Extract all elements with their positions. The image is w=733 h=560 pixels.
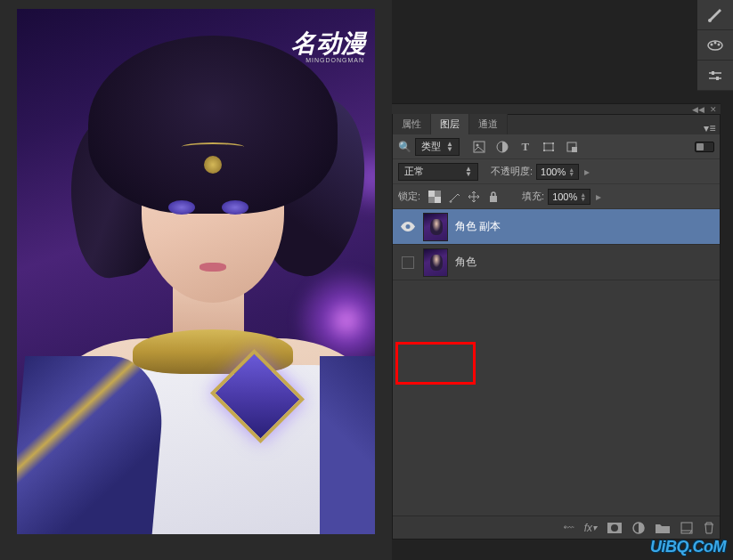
svg-rect-11 [543,142,545,144]
svg-point-3 [714,41,717,44]
filter-type-icon[interactable]: T [518,140,533,154]
adjustment-layer-icon[interactable] [632,522,645,534]
lock-image-icon[interactable] [447,190,461,204]
lock-row: 锁定: 填充: 100% ▲▼ ▸ [393,184,720,209]
svg-point-4 [718,43,721,45]
visibility-toggle[interactable] [400,219,416,235]
brush-preset-icon[interactable] [697,0,733,30]
layer-row[interactable]: 角色 [393,245,720,280]
lock-transparency-icon[interactable] [428,190,442,204]
layers-list: 角色 副本 角色 [393,209,720,515]
watermark-text: UiBQ.CoM [650,538,726,556]
svg-rect-16 [572,147,577,152]
svg-point-2 [711,43,713,45]
svg-rect-10 [544,143,553,150]
svg-rect-13 [543,150,545,151]
group-icon[interactable] [656,523,670,533]
visibility-toggle[interactable] [400,255,416,271]
artwork-illustration [17,9,375,534]
filter-pixel-icon[interactable] [472,140,486,154]
opacity-input[interactable]: 100% ▲▼ [536,164,579,180]
fill-input[interactable]: 100% ▲▼ [548,189,590,205]
search-icon: 🔍 [398,141,411,153]
tab-layers[interactable]: 图层 [431,114,469,134]
opacity-flyout-icon[interactable]: ▸ [584,166,590,178]
layers-panel-footer: ⬳ fx▾ [393,515,720,539]
filter-toggle-switch[interactable] [695,142,714,152]
dropdown-arrows-icon: ▲▼ [465,166,472,177]
link-layers-icon[interactable]: ⬳ [563,522,574,534]
panel-collapse-icon[interactable]: ◀◀ [692,105,704,114]
right-toolbar [697,0,733,91]
svg-point-21 [406,224,411,229]
stepper-icon[interactable]: ▲▼ [568,167,574,176]
lock-position-icon[interactable] [467,190,481,204]
tab-channels[interactable]: 通道 [469,114,508,134]
fill-label: 填充: [522,190,544,203]
filter-adjustment-icon[interactable] [495,140,509,154]
panel-close-icon[interactable]: ✕ [710,105,717,114]
opacity-label: 不透明度: [491,165,533,178]
layer-name-label[interactable]: 角色 副本 [455,219,501,234]
layer-filter-row: 🔍 类型 ▲▼ T [393,134,720,159]
canvas-area: 名动漫 MINGDONGMAN [0,0,392,560]
svg-point-23 [611,524,618,532]
filter-kind-select[interactable]: 类型 ▲▼ [415,138,460,156]
fill-flyout-icon[interactable]: ▸ [596,191,601,203]
svg-rect-6 [716,77,719,80]
svg-rect-18 [428,191,435,197]
stepper-icon[interactable]: ▲▼ [580,192,586,201]
lock-label: 锁定: [398,190,420,203]
layer-row[interactable]: 角色 副本 [393,209,720,245]
svg-rect-5 [712,71,714,75]
svg-rect-19 [435,197,441,203]
eye-icon [401,222,415,231]
artwork-logo-sub: MINGDONGMAN [305,57,364,63]
delete-layer-icon[interactable] [704,522,714,534]
svg-rect-14 [552,150,554,151]
filter-smartobject-icon[interactable] [565,140,579,154]
adjustments-icon[interactable] [697,61,733,91]
artwork-logo: 名动漫 [291,27,366,61]
layer-name-label[interactable]: 角色 [455,255,476,270]
new-layer-icon[interactable] [680,522,693,534]
layer-thumbnail[interactable] [423,248,448,277]
svg-rect-12 [552,142,554,144]
tab-properties[interactable]: 属性 [393,114,431,134]
panel-menu-icon[interactable]: ▾≡ [700,122,720,134]
panel-tabs: 属性 图层 通道 ▾≡ [393,115,720,134]
layers-panel: 属性 图层 通道 ▾≡ 🔍 类型 ▲▼ T [392,114,721,540]
swatches-icon[interactable] [697,30,733,61]
layer-thumbnail[interactable] [423,213,448,241]
panel-topbar: ◀◀ ✕ [392,103,721,114]
svg-rect-20 [490,196,497,202]
svg-point-8 [476,143,478,146]
layer-style-icon[interactable]: fx▾ [584,522,597,534]
layer-mask-icon[interactable] [607,523,622,533]
filter-shape-icon[interactable] [542,140,556,154]
document-canvas[interactable]: 名动漫 MINGDONGMAN [17,9,375,534]
svg-point-0 [708,19,712,22]
visibility-empty-icon [402,256,414,269]
dropdown-arrows-icon: ▲▼ [446,142,453,152]
lock-all-icon[interactable] [486,190,501,204]
blend-mode-select[interactable]: 正常 ▲▼ [398,163,478,181]
blend-mode-row: 正常 ▲▼ 不透明度: 100% ▲▼ ▸ [393,159,720,184]
